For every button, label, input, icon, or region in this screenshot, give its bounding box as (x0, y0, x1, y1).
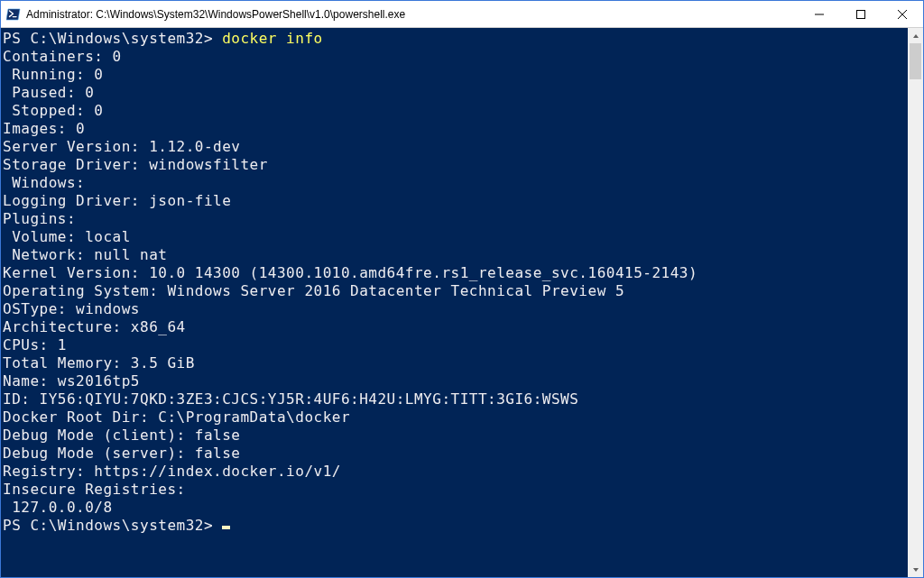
titlebar-left: Administrator: C:\Windows\System32\Windo… (1, 7, 799, 22)
prompt-1: PS C:\Windows\system32> (3, 30, 222, 47)
svg-rect-0 (857, 10, 865, 18)
window-title: Administrator: C:\Windows\System32\Windo… (26, 8, 405, 21)
scroll-track[interactable] (908, 43, 923, 562)
powershell-window: Administrator: C:\Windows\System32\Windo… (0, 0, 924, 578)
close-button[interactable] (882, 1, 923, 27)
powershell-icon (6, 7, 21, 22)
scroll-up-button[interactable] (908, 28, 923, 43)
maximize-button[interactable] (840, 1, 882, 27)
client-area: PS C:\Windows\system32> docker info Cont… (1, 28, 923, 577)
window-controls (799, 1, 923, 27)
minimize-button[interactable] (799, 1, 840, 27)
scroll-thumb[interactable] (910, 43, 921, 79)
scroll-down-button[interactable] (908, 562, 923, 577)
titlebar[interactable]: Administrator: C:\Windows\System32\Windo… (1, 1, 923, 28)
terminal[interactable]: PS C:\Windows\system32> docker info Cont… (1, 28, 908, 577)
vertical-scrollbar[interactable] (908, 28, 923, 577)
prompt-2: PS C:\Windows\system32> (3, 517, 222, 534)
cursor (222, 526, 230, 529)
docker-info-output: Containers: 0 Running: 0 Paused: 0 Stopp… (3, 48, 698, 516)
command-1: docker info (222, 30, 322, 47)
